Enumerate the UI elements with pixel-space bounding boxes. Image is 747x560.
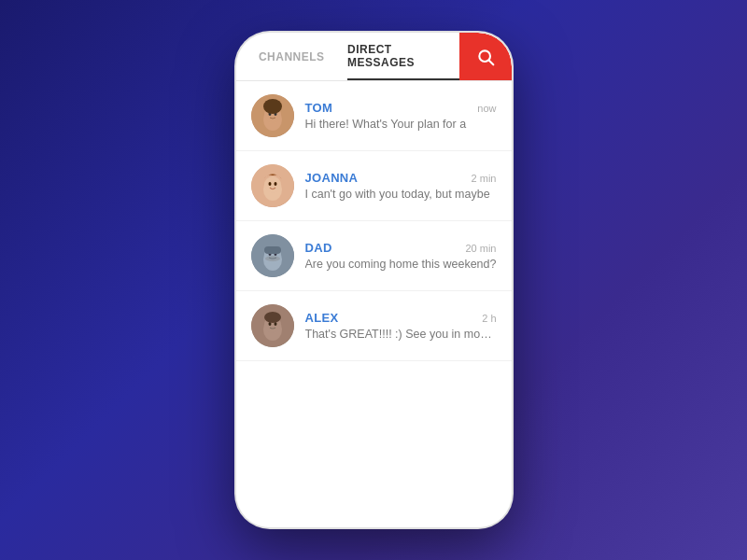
sender-name-alex: ALEX: [305, 311, 339, 325]
tab-channels[interactable]: CHANNELS: [236, 33, 348, 80]
search-icon: [476, 48, 495, 66]
message-item-alex[interactable]: ALEX2 hThat's GREAT!!!! :) See you in mo…: [236, 291, 512, 361]
message-content-alex: ALEX2 hThat's GREAT!!!! :) See you in mo…: [305, 311, 497, 341]
message-time-joanna: 2 min: [472, 173, 497, 184]
svg-point-10: [264, 176, 281, 193]
message-item-dad[interactable]: DAD20 minAre you coming home this weeken…: [236, 221, 512, 291]
messages-list: TOMnowHi there! What's Your plan for a J…: [236, 81, 512, 527]
message-time-tom: now: [477, 103, 496, 114]
svg-line-1: [488, 60, 493, 64]
sender-name-tom: TOM: [305, 101, 333, 115]
message-preview-alex: That's GREAT!!!! :) See you in monday!: [305, 328, 497, 341]
message-content-dad: DAD20 minAre you coming home this weeken…: [305, 241, 497, 271]
svg-rect-18: [264, 246, 281, 254]
message-item-tom[interactable]: TOMnowHi there! What's Your plan for a: [236, 81, 512, 151]
avatar-dad: [251, 234, 294, 277]
sender-name-dad: DAD: [305, 241, 332, 255]
svg-point-7: [263, 99, 282, 114]
avatar-tom: [251, 94, 294, 137]
sender-name-joanna: JOANNA: [305, 171, 359, 185]
phone-container: CHANNELS DIRECT MESSAGES TOMnowHi there!…: [236, 33, 512, 527]
svg-point-12: [274, 182, 276, 186]
message-content-tom: TOMnowHi there! What's Your plan for a: [305, 101, 497, 131]
tab-direct-messages[interactable]: DIRECT MESSAGES: [347, 33, 459, 80]
search-button[interactable]: [459, 33, 512, 80]
message-preview-dad: Are you coming home this weekend?: [305, 258, 497, 271]
tabs-header: CHANNELS DIRECT MESSAGES: [236, 33, 512, 81]
svg-point-25: [264, 312, 281, 323]
avatar-alex: [251, 304, 294, 347]
avatar-joanna: [251, 164, 294, 207]
message-preview-joanna: I can't go with you today, but maybe: [305, 188, 497, 201]
message-time-dad: 20 min: [465, 243, 496, 254]
svg-point-19: [265, 256, 280, 261]
message-preview-tom: Hi there! What's Your plan for a: [305, 118, 497, 131]
svg-point-11: [268, 182, 271, 186]
message-content-joanna: JOANNA2 minI can't go with you today, bu…: [305, 171, 497, 201]
message-time-alex: 2 h: [482, 313, 496, 324]
message-item-joanna[interactable]: JOANNA2 minI can't go with you today, bu…: [236, 151, 512, 221]
